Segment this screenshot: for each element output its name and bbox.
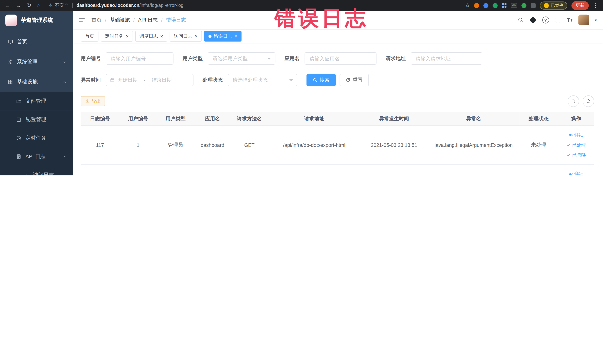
sidebar-item-label: 文件管理: [25, 98, 46, 105]
close-icon[interactable]: ×: [160, 34, 163, 39]
field-label: 用户类型: [183, 55, 203, 62]
top-navbar: 首页 / 基础设施 / API 日志 / 错误日志 ? TT ▾: [73, 11, 603, 30]
filter-request-url: 请求地址: [386, 52, 482, 65]
date-range-picker[interactable]: 开始日期 - 结束日期: [106, 74, 194, 86]
cell-exception: java.lang.IllegalArgumentException: [428, 164, 520, 176]
close-icon[interactable]: ×: [234, 34, 237, 39]
chevron-down-icon: [267, 58, 271, 59]
refresh-button[interactable]: [583, 95, 594, 107]
cell-user-id: 1: [119, 164, 157, 176]
gear-icon: [8, 59, 13, 65]
calendar-icon: [110, 78, 115, 82]
user-id-input[interactable]: [106, 52, 174, 65]
security-indicator[interactable]: ⚠ 不安全: [48, 2, 69, 9]
github-icon[interactable]: [529, 16, 536, 23]
tab-home[interactable]: 首页: [81, 31, 98, 42]
close-icon[interactable]: ×: [195, 34, 197, 39]
emoji-face-icon: [544, 3, 549, 8]
toggle-search-button[interactable]: [568, 95, 579, 107]
extension-icon[interactable]: [522, 3, 526, 8]
cell-method: GET: [231, 126, 268, 164]
request-url-input[interactable]: [411, 52, 482, 65]
user-avatar[interactable]: [578, 15, 589, 25]
button-label: 导出: [92, 98, 101, 104]
browser-forward-icon[interactable]: →: [16, 3, 21, 8]
browser-menu-icon[interactable]: ⋮: [593, 2, 598, 8]
breadcrumb-separator: /: [105, 17, 106, 23]
browser-reload-icon[interactable]: ↻: [27, 3, 31, 8]
address-bar[interactable]: dashboard.yudao.iocoder.cn/infra/log/api…: [77, 3, 184, 8]
cell-method: GET: [231, 164, 268, 176]
sidebar-item-system-mgmt[interactable]: 系统管理: [0, 52, 73, 72]
detail-link[interactable]: 详细: [559, 169, 592, 176]
sidebar: 芋道管理系统 首页 系统管理 基础设施: [0, 11, 73, 176]
breadcrumb-home[interactable]: 首页: [92, 16, 102, 23]
bookmark-star-icon[interactable]: ☆: [465, 2, 470, 8]
sidebar-item-access-log[interactable]: 访问日志: [0, 166, 73, 176]
screen: ← → ↻ ⌂ ⚠ 不安全 dashboard.yudao.iocoder.cn…: [0, 0, 603, 176]
extension-icon[interactable]: [483, 3, 488, 8]
close-icon[interactable]: ×: [126, 34, 129, 39]
reset-button[interactable]: 重置: [340, 74, 369, 86]
app-title: 芋道管理系统: [21, 17, 53, 23]
tab-access-log[interactable]: 访问日志 ×: [170, 31, 202, 42]
tab-error-log[interactable]: 错误日志 ×: [204, 31, 242, 42]
sidebar-item-label: 访问日志: [33, 172, 54, 176]
cell-user-type: 管理员: [157, 126, 194, 164]
extension-icon[interactable]: [502, 3, 507, 8]
sidebar-item-scheduled-jobs[interactable]: 定时任务: [0, 129, 73, 147]
sidebar-item-home[interactable]: 首页: [0, 32, 73, 52]
paused-badge[interactable]: 已暂停: [540, 1, 567, 10]
search-button[interactable]: 搜索: [306, 74, 336, 86]
col-request-url: 请求地址: [268, 112, 360, 126]
tab-label: 首页: [85, 33, 94, 39]
font-size-icon[interactable]: TT: [567, 17, 573, 23]
search-icon[interactable]: [518, 17, 524, 23]
tabs-bar: 首页 定时任务 × 调度日志 × 访问日志 × 错误日志 ×: [73, 30, 603, 43]
col-actions: 操作: [557, 112, 594, 126]
processed-link[interactable]: 已处理: [559, 140, 592, 150]
error-log-table: 日志编号 用户编号 用户类型 应用名 请求方法名 请求地址 异常发生时间 异常名…: [81, 112, 594, 176]
date-start-placeholder: 开始日期: [118, 77, 138, 83]
cell-app-name: dashboard: [194, 164, 231, 176]
hamburger-icon[interactable]: [78, 16, 85, 23]
search-icon: [571, 99, 576, 104]
search-icon: [313, 78, 317, 82]
edit-icon: [16, 117, 22, 122]
sidebar-item-file-mgmt[interactable]: 文件管理: [0, 92, 73, 110]
breadcrumb: 首页 / 基础设施 / API 日志 / 错误日志: [92, 16, 186, 23]
cell-actions: 详细 已处理 已忽略: [557, 164, 594, 176]
table-row: 117 1 管理员 dashboard GET /api/infra/db-do…: [81, 126, 594, 164]
tab-scheduled-jobs[interactable]: 定时任务 ×: [101, 31, 133, 42]
user-type-select[interactable]: 请选择用户类型: [208, 52, 275, 65]
breadcrumb-api-logs[interactable]: API 日志: [138, 16, 158, 23]
detail-link[interactable]: 详细: [559, 130, 592, 140]
sidebar-item-api-logs[interactable]: API 日志: [0, 147, 73, 166]
cell-time: 2021-05-03 12:02:31: [360, 164, 428, 176]
avatar-caret-icon[interactable]: ▾: [595, 18, 597, 22]
cell-user-id: 1: [119, 126, 157, 164]
help-icon[interactable]: ?: [542, 16, 549, 23]
browser-home-icon[interactable]: ⌂: [37, 3, 41, 8]
app-name-input[interactable]: [304, 52, 376, 65]
browser-update-button[interactable]: 更新: [571, 1, 589, 10]
extension-icon[interactable]: [474, 3, 479, 8]
extension-icon[interactable]: [493, 3, 498, 8]
browser-back-icon[interactable]: ←: [5, 3, 10, 8]
sidebar-item-infrastructure[interactable]: 基础设施: [0, 72, 73, 92]
process-status-select[interactable]: 请选择处理状态: [228, 74, 297, 86]
url-domain: dashboard.yudao.iocoder.cn: [77, 3, 139, 8]
sidebar-item-config-mgmt[interactable]: 配置管理: [0, 110, 73, 129]
export-button[interactable]: 导出: [81, 96, 105, 106]
extension-on-badge[interactable]: on: [511, 3, 517, 8]
ignored-link[interactable]: 已忽略: [559, 150, 592, 160]
tab-label: 访问日志: [174, 33, 192, 39]
fullscreen-icon[interactable]: [555, 17, 561, 23]
view-icon: [568, 172, 573, 176]
tab-schedule-log[interactable]: 调度日志 ×: [135, 31, 167, 42]
warning-icon: ⚠: [48, 3, 53, 8]
breadcrumb-infrastructure[interactable]: 基础设施: [110, 16, 130, 23]
col-user-id: 用户编号: [119, 112, 157, 126]
extension-icon[interactable]: [531, 3, 536, 8]
app-logo[interactable]: 芋道管理系统: [0, 11, 73, 30]
